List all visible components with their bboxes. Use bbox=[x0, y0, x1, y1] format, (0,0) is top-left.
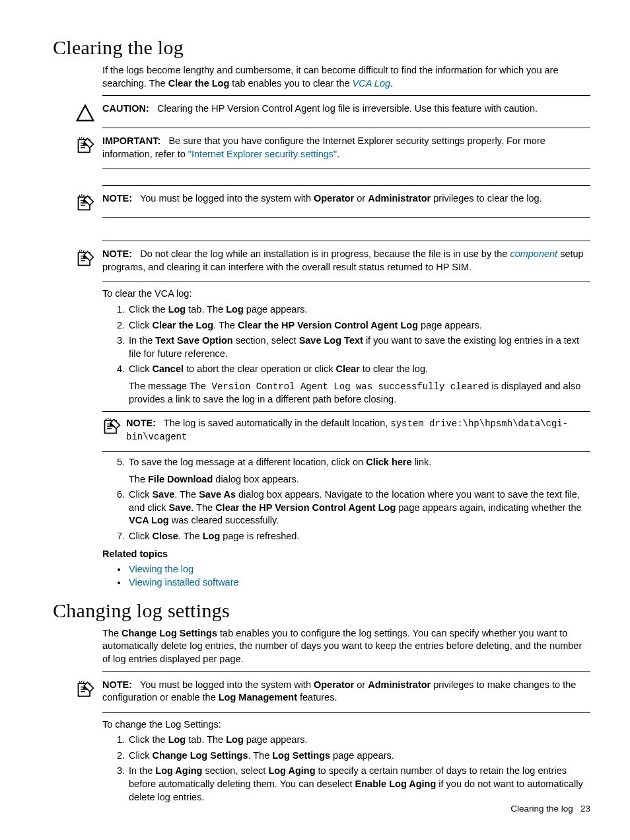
ie-security-link[interactable]: "Internet Explorer security settings" bbox=[188, 149, 337, 159]
text: The log is saved automatically in the de… bbox=[164, 418, 390, 428]
related-topics-list: Viewing the log Viewing installed softwa… bbox=[102, 564, 590, 588]
note2-callout: NOTE: Do not clear the log while an inst… bbox=[40, 248, 590, 276]
list-item: Viewing installed software bbox=[127, 577, 590, 588]
note-icon bbox=[102, 417, 121, 436]
caution-label: CAUTION: bbox=[102, 103, 149, 114]
text: The message bbox=[129, 381, 190, 391]
divider bbox=[102, 169, 590, 169]
step-3: In the Log Aging section, select Log Agi… bbox=[127, 765, 590, 804]
caution-callout: CAUTION: Clearing the HP Version Control… bbox=[40, 102, 590, 122]
text-bold: Clear the Log bbox=[168, 78, 230, 89]
note-label: NOTE: bbox=[102, 193, 132, 204]
section2-intro: The Change Log Settings tab enables you … bbox=[102, 627, 590, 666]
step-3: In the Text Save Option section, select … bbox=[127, 334, 590, 360]
page: Clearing the log If the logs become leng… bbox=[0, 0, 630, 840]
important-icon bbox=[76, 136, 94, 155]
note1-callout: NOTE: You must be logged into the system… bbox=[40, 192, 590, 212]
text-bold: Administrator bbox=[368, 193, 431, 204]
note-label: NOTE: bbox=[126, 418, 156, 428]
code-text: The Version Control Agent Log was succes… bbox=[190, 381, 489, 392]
viewing-software-link[interactable]: Viewing installed software bbox=[129, 577, 239, 588]
divider bbox=[102, 411, 590, 412]
divider bbox=[102, 128, 590, 128]
inner-note-callout: NOTE: The log is saved automatically in … bbox=[102, 417, 590, 446]
text-bold: Operator bbox=[314, 193, 354, 204]
caution-text: Clearing the HP Version Control Agent lo… bbox=[157, 103, 538, 114]
divider bbox=[102, 217, 590, 218]
step-5: To save the log message at a different l… bbox=[127, 456, 590, 486]
page-footer: Clearing the log 23 bbox=[510, 804, 590, 814]
important-callout: IMPORTANT: Be sure that you have configu… bbox=[40, 135, 590, 163]
to-clear-heading: To clear the VCA log: bbox=[102, 287, 590, 301]
page-number: 23 bbox=[580, 804, 590, 814]
divider bbox=[102, 451, 590, 452]
divider bbox=[102, 185, 590, 186]
text: privileges to clear the log. bbox=[431, 193, 542, 204]
divider bbox=[102, 671, 590, 672]
step-2: Click Change Log Settings. The Log Setti… bbox=[127, 749, 590, 763]
text: tab enables you to clear the bbox=[229, 78, 352, 89]
step-1: Click the Log tab. The Log page appears. bbox=[127, 734, 590, 747]
text: . bbox=[337, 149, 339, 159]
component-link[interactable]: component bbox=[510, 248, 557, 259]
divider bbox=[102, 282, 590, 282]
step-2: Click Clear the Log. The Clear the HP Ve… bbox=[127, 319, 590, 332]
related-topics-heading: Related topics bbox=[102, 548, 590, 561]
text: . bbox=[390, 78, 393, 89]
text: Do not clear the log while an installati… bbox=[140, 248, 510, 259]
note-icon bbox=[76, 680, 94, 699]
step-1: Click the Log tab. The Log page appears. bbox=[127, 303, 590, 317]
note-label: NOTE: bbox=[102, 248, 132, 259]
note-label: NOTE: bbox=[102, 679, 132, 690]
section1-intro: If the logs become lengthy and cumbersom… bbox=[102, 64, 590, 90]
step-4: Click Cancel to abort the clear operatio… bbox=[127, 363, 590, 452]
list-item: Viewing the log bbox=[127, 564, 590, 574]
vca-log-link[interactable]: VCA Log bbox=[353, 78, 391, 89]
note-icon bbox=[76, 249, 94, 268]
caution-icon bbox=[76, 104, 94, 122]
important-label: IMPORTANT: bbox=[102, 135, 160, 146]
divider bbox=[102, 241, 590, 241]
section1-title: Clearing the log bbox=[53, 36, 590, 59]
section2-title: Changing log settings bbox=[53, 599, 590, 622]
divider bbox=[102, 95, 590, 96]
text: You must be logged into the system with bbox=[140, 193, 314, 204]
note-callout: NOTE: You must be logged into the system… bbox=[40, 679, 590, 707]
footer-text: Clearing the log bbox=[510, 804, 573, 814]
viewing-log-link[interactable]: Viewing the log bbox=[129, 564, 193, 574]
step-6: Click Save. The Save As dialog box appea… bbox=[127, 488, 590, 527]
steps-list-2: Click the Log tab. The Log page appears.… bbox=[102, 734, 590, 804]
text: or bbox=[354, 193, 368, 204]
note-icon bbox=[76, 194, 94, 212]
steps-list: Click the Log tab. The Log page appears.… bbox=[102, 303, 590, 543]
to-change-heading: To change the Log Settings: bbox=[102, 718, 590, 732]
step-7: Click Close. The Log page is refreshed. bbox=[127, 530, 590, 543]
divider bbox=[102, 712, 590, 713]
